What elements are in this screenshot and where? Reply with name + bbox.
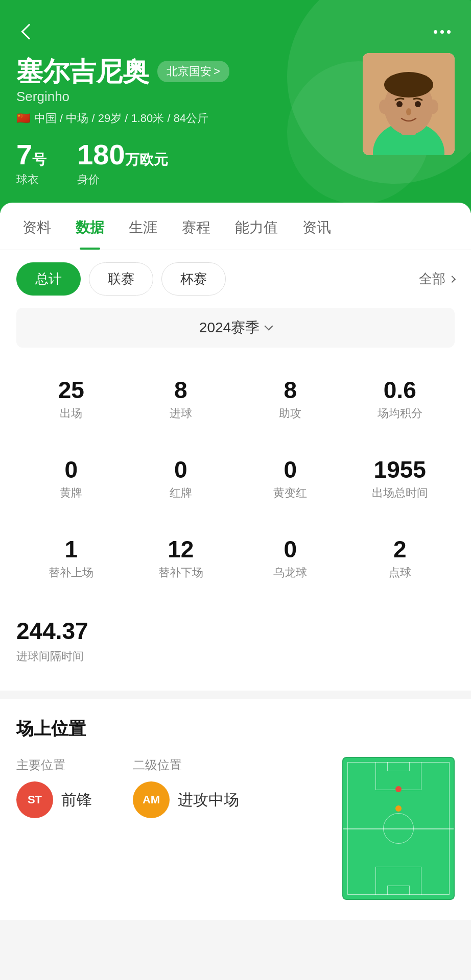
pitch-dot-secondary [395, 805, 402, 812]
position-content: 主要位置 ST 前锋 二级位置 AM 进攻中场 [16, 757, 455, 900]
section-title: 场上位置 [16, 717, 455, 741]
filter-row: 总计 联赛 杯赛 全部 [16, 262, 455, 296]
chevron-down-icon [265, 322, 273, 331]
svg-point-6 [415, 101, 421, 107]
player-value: 180万欧元 [77, 140, 168, 169]
stats-row-1: 25 出场 8 进球 8 助攻 0.6 场均积分 [16, 366, 455, 435]
stat-assists: 8 助攻 [236, 366, 345, 435]
tab-schedule[interactable]: 赛程 [170, 203, 223, 250]
season-dropdown[interactable]: 2024赛季 [16, 308, 455, 348]
stat-goals: 8 进球 [126, 366, 236, 435]
position-labels: 主要位置 ST 前锋 二级位置 AM 进攻中场 [16, 757, 326, 830]
secondary-badge: AM [133, 781, 170, 818]
filter-league[interactable]: 联赛 [89, 262, 153, 296]
tab-profile[interactable]: 资料 [10, 203, 63, 250]
secondary-position: AM 进攻中场 [133, 781, 239, 818]
season-label: 2024赛季 [199, 318, 260, 337]
filter-total[interactable]: 总计 [16, 262, 81, 296]
goal-interval-num: 244.37 [16, 617, 455, 645]
pitch-goal-top [387, 762, 410, 771]
pitch-goal-bottom [387, 886, 410, 895]
svg-point-9 [428, 100, 438, 114]
section-divider [0, 691, 471, 699]
jersey-label: 球衣 [16, 172, 46, 187]
stat-yellow: 0 黄牌 [16, 446, 126, 515]
avatar-image [363, 53, 455, 155]
stats-row-3: 1 替补上场 12 替补下场 0 乌龙球 2 点球 [16, 525, 455, 595]
filter-all[interactable]: 全部 [419, 270, 455, 288]
stat-own-goal: 0 乌龙球 [236, 525, 345, 595]
team-name: 北京国安 [167, 64, 211, 79]
stat-sub-out: 12 替补下场 [126, 525, 236, 595]
primary-label: 主要位置 [16, 757, 92, 773]
stat-goal-interval: 244.37 进球间隔时间 [16, 605, 455, 678]
stat-total-time: 1955 出场总时间 [345, 446, 455, 515]
tabs-container: 资料 数据 生涯 赛程 能力值 资讯 [0, 203, 471, 250]
goal-interval-label: 进球间隔时间 [16, 649, 455, 664]
flag-icon: 🇨🇳 [16, 112, 30, 125]
player-details: 中国 / 中场 / 29岁 / 1.80米 / 84公斤 [34, 111, 208, 126]
svg-point-4 [384, 72, 433, 97]
player-name-cn: 塞尔吉尼奥 [16, 58, 149, 85]
stat-avg-score: 0.6 场均积分 [345, 366, 455, 435]
svg-point-7 [406, 108, 411, 115]
team-tag[interactable]: 北京国安 > [157, 61, 229, 82]
chevron-right-icon: > [214, 65, 220, 78]
tab-stats[interactable]: 数据 [63, 203, 116, 250]
jersey-stat: 7号 球衣 [16, 140, 46, 187]
primary-position: ST 前锋 [16, 781, 92, 818]
stat-appearances: 25 出场 [16, 366, 126, 435]
stat-sub-in: 1 替补上场 [16, 525, 126, 595]
svg-point-5 [396, 101, 403, 107]
stats-row-2: 0 黄牌 0 红牌 0 黄变红 1955 出场总时间 [16, 446, 455, 515]
stat-red: 0 红牌 [126, 446, 236, 515]
svg-point-8 [379, 100, 389, 114]
position-section: 场上位置 主要位置 ST 前锋 二级位置 AM [0, 699, 471, 920]
football-pitch [342, 757, 455, 900]
pitch-center-circle [383, 813, 414, 844]
stat-penalty: 2 点球 [345, 525, 455, 595]
value-label: 身价 [77, 172, 168, 187]
tab-ability[interactable]: 能力值 [223, 203, 290, 250]
pitch-container [342, 757, 455, 900]
secondary-label: 二级位置 [133, 757, 239, 773]
tab-news[interactable]: 资讯 [290, 203, 343, 250]
chevron-right-icon [449, 275, 456, 282]
player-avatar [363, 53, 455, 155]
stat-yellow-red: 0 黄变红 [236, 446, 345, 515]
back-icon [21, 23, 37, 39]
filter-cup[interactable]: 杯赛 [161, 262, 226, 296]
primary-name: 前锋 [61, 790, 92, 811]
pitch-dot-primary [395, 786, 402, 792]
hero-section: 塞尔吉尼奥 北京国安 > Serginho 🇨🇳 中国 / 中场 / 29岁 /… [0, 0, 471, 213]
value-stat: 180万欧元 身价 [77, 140, 168, 187]
back-button[interactable] [16, 20, 39, 43]
primary-badge: ST [16, 781, 53, 818]
jersey-number: 7号 [16, 140, 46, 169]
tab-bar: 资料 数据 生涯 赛程 能力值 资讯 [0, 203, 471, 250]
tab-career[interactable]: 生涯 [116, 203, 170, 250]
main-content: 总计 联赛 杯赛 全部 2024赛季 25 出场 8 进球 8 助攻 0.6 场… [0, 250, 471, 691]
secondary-name: 进攻中场 [178, 790, 239, 811]
